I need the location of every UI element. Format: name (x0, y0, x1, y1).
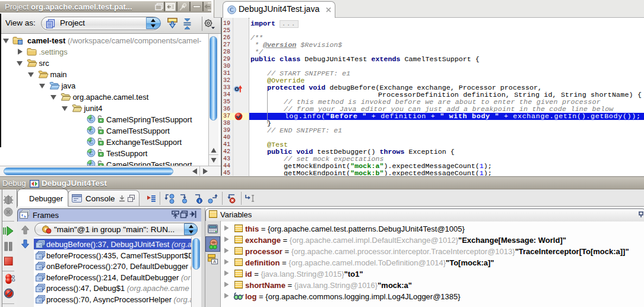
svg-text:<>: <> (39, 277, 44, 281)
svg-text:<>: <> (39, 287, 44, 292)
svg-text:C: C (89, 150, 93, 156)
svg-text:C: C (89, 116, 93, 122)
svg-text:A: A (213, 259, 216, 264)
svg-text:<>: <> (39, 265, 44, 270)
svg-text:<>: <> (39, 255, 44, 259)
svg-text:<>: <> (39, 299, 44, 303)
svg-text:C: C (89, 139, 93, 145)
svg-text:m: m (212, 241, 215, 245)
svg-text:C: C (230, 7, 233, 13)
svg-text:<>: <> (39, 243, 44, 248)
svg-text:i: i (199, 198, 200, 204)
svg-text:C: C (89, 128, 93, 134)
